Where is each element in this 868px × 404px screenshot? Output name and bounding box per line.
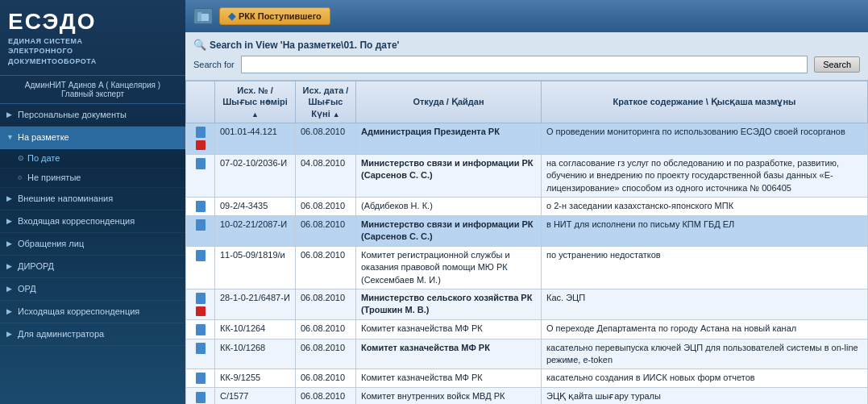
sidebar-item-label: Исходящая корреспонденция (18, 306, 139, 316)
doc-icon[interactable] (196, 324, 206, 335)
top-bar: ◆ РКК Поступившего (185, 0, 868, 32)
row-content: ЭЦҚ қайта шығару туралы (542, 388, 868, 404)
row-date: 06.08.2010 (296, 216, 356, 247)
search-title-icon: 🔍 (193, 39, 206, 51)
row-from: Комитет регистрационной службы и оказани… (356, 246, 542, 289)
red-icon[interactable] (196, 140, 206, 150)
row-date: 06.08.2010 (296, 369, 356, 388)
row-content: на согласование гз услуг по обследованию… (542, 154, 868, 197)
sidebar-item-vneshnie[interactable]: ▶Внешние напоминания (0, 188, 185, 210)
sidebar-item-label: ДИРОРД (18, 261, 54, 271)
search-input[interactable] (241, 56, 808, 73)
sidebar-item-na-razmetke[interactable]: ▼На разметке (0, 127, 185, 149)
main-content: ◆ РКК Поступившего 🔍 Search in View 'На … (185, 0, 868, 404)
table-row[interactable]: 09-2/4-343506.08.2010(Абдибеков Н. К.)о … (186, 197, 868, 215)
sidebar-item-obrashcheniya[interactable]: ▶Обращения лиц (0, 233, 185, 256)
sidebar-arrow-icon: ▶ (6, 110, 15, 119)
row-num: 11-05-09/1819/и (215, 246, 296, 289)
row-icons (186, 246, 215, 289)
sidebar-sub-item-ne-prinyatye[interactable]: ○Не принятые (0, 169, 185, 188)
sidebar-nav: ▶Персональные документы▼На разметке⊙По д… (0, 104, 185, 404)
row-date: 06.08.2010 (296, 197, 356, 215)
table-row[interactable]: 10-02-21/2087-И06.08.2010Министерство св… (186, 216, 868, 247)
row-content: по устранению недостатков (542, 246, 868, 289)
row-num: 10-02-21/2087-И (215, 216, 296, 247)
documents-table: Исх. № /Шығыс нөмірі ▲ Исх. дата /Шығыс … (185, 81, 868, 404)
sidebar-item-vkhodyashchaya[interactable]: ▶Входящая корреспонденция (0, 210, 185, 233)
doc-icon[interactable] (196, 201, 206, 212)
row-from: Комитет казначейства МФ РК (356, 369, 542, 388)
table-body: 001.01-44.12106.08.2010Администрация Пре… (186, 123, 868, 404)
row-num: 28-1-0-21/6487-И (215, 289, 296, 319)
user-name: АдминНИТ Адинов А ( Канцелярия ) (8, 81, 177, 90)
row-icons (186, 154, 215, 197)
table-row[interactable]: КК-10/126406.08.2010Комитет казначейства… (186, 320, 868, 339)
row-date: 06.08.2010 (296, 339, 356, 369)
doc-icon[interactable] (196, 343, 206, 354)
row-date: 06.08.2010 (296, 289, 356, 319)
sidebar-item-personal[interactable]: ▶Персональные документы (0, 104, 185, 127)
row-icons (186, 197, 215, 215)
sidebar-item-dirord[interactable]: ▶ДИРОРД (0, 256, 185, 278)
doc-icon[interactable] (196, 373, 206, 384)
table-row[interactable]: 11-05-09/1819/и06.08.2010Комитет регистр… (186, 246, 868, 289)
row-content: О переходе Департамента по городу Астана… (542, 320, 868, 339)
rkk-tab-button[interactable]: ◆ РКК Поступившего (219, 7, 330, 25)
row-date: 06.08.2010 (296, 246, 356, 289)
row-icons (186, 123, 215, 154)
search-button[interactable]: Search (814, 56, 860, 73)
sidebar-item-label: На разметке (18, 132, 69, 142)
table-row[interactable]: 07-02-10/2036-И04.08.2010Министерство св… (186, 154, 868, 197)
search-title: 🔍 Search in View 'На разметке\01. По дат… (193, 39, 860, 51)
row-content: в НИТ для исполнени по письму КПМ ГБД ЕЛ (542, 216, 868, 247)
row-content: касательно перевыпуска ключей ЭЦП для по… (542, 339, 868, 369)
table-container: Исх. № /Шығыс нөмірі ▲ Исх. дата /Шығыс … (185, 81, 868, 404)
user-role: Главный эксперт (8, 90, 177, 98)
table-header-row: Исх. № /Шығыс нөмірі ▲ Исх. дата /Шығыс … (186, 81, 868, 123)
table-row[interactable]: 001.01-44.12106.08.2010Администрация Пре… (186, 123, 868, 154)
red-icon[interactable] (196, 306, 206, 316)
doc-icon[interactable] (196, 158, 206, 169)
doc-icon[interactable] (196, 293, 206, 304)
sidebar-item-dlya-admina[interactable]: ▶Для администратора (0, 323, 185, 346)
rkk-tab-icon: ◆ (228, 10, 235, 22)
sidebar-arrow-icon: ▶ (6, 262, 15, 270)
sidebar-item-ord[interactable]: ▶ОРД (0, 278, 185, 301)
row-content: Кас. ЭЦП (542, 289, 868, 319)
row-num: КК-9/1255 (215, 369, 296, 388)
sidebar-item-label: Обращения лиц (18, 239, 84, 248)
col-header-num: Исх. № /Шығыс нөмірі ▲ (215, 81, 296, 123)
doc-icon[interactable] (196, 127, 206, 138)
row-num: КК-10/1268 (215, 339, 296, 369)
logo-subtitle: ЕДИНАЯ СИСТЕМА ЭЛЕКТРОННОГО ДОКУМЕНТООБО… (8, 36, 177, 67)
doc-icon[interactable] (196, 219, 206, 231)
doc-icon[interactable] (196, 392, 206, 403)
sidebar-item-label: Входящая корреспонденция (18, 216, 135, 226)
sidebar-sub-item-po-date[interactable]: ⊙По дате (0, 149, 185, 169)
search-bar: 🔍 Search in View 'На разметке\01. По дат… (185, 32, 868, 81)
table-row[interactable]: С/157706.08.2010Комитет внутренних войск… (186, 388, 868, 404)
row-from: (Абдибеков Н. К.) (356, 197, 542, 215)
row-num: 07-02-10/2036-И (215, 154, 296, 197)
col-header-content: Краткое содержание \ Қысқаша мазмұны (542, 81, 868, 123)
row-num: С/1577 (215, 388, 296, 404)
search-row: Search for Search (193, 56, 860, 73)
rkk-tab-label: РКК Поступившего (239, 11, 322, 21)
row-icons (186, 320, 215, 339)
sidebar-arrow-icon: ▶ (6, 330, 15, 338)
sidebar-sub-item-label: По дате (27, 153, 60, 163)
sidebar-arrow-icon: ▶ (6, 285, 15, 293)
svg-rect-1 (197, 14, 201, 21)
sidebar-item-label: Для администратора (18, 329, 104, 339)
sidebar-item-iskhodyashchaya[interactable]: ▶Исходящая корреспонденция (0, 301, 185, 323)
user-info: АдминНИТ Адинов А ( Канцелярия ) Главный… (0, 76, 185, 104)
logo-title: ЕСЭДО (8, 10, 177, 35)
row-icons (186, 369, 215, 388)
table-row[interactable]: КК-10/126806.08.2010Комитет казначейства… (186, 339, 868, 369)
toolbar-folder-icon[interactable] (193, 8, 213, 24)
table-row[interactable]: 28-1-0-21/6487-И06.08.2010Министерство с… (186, 289, 868, 319)
row-from: Администрация Президента РК (356, 123, 542, 154)
doc-icon[interactable] (196, 250, 206, 261)
table-row[interactable]: КК-9/125506.08.2010Комитет казначейства … (186, 369, 868, 388)
row-content: О проведении мониторинга по использовани… (542, 123, 868, 154)
